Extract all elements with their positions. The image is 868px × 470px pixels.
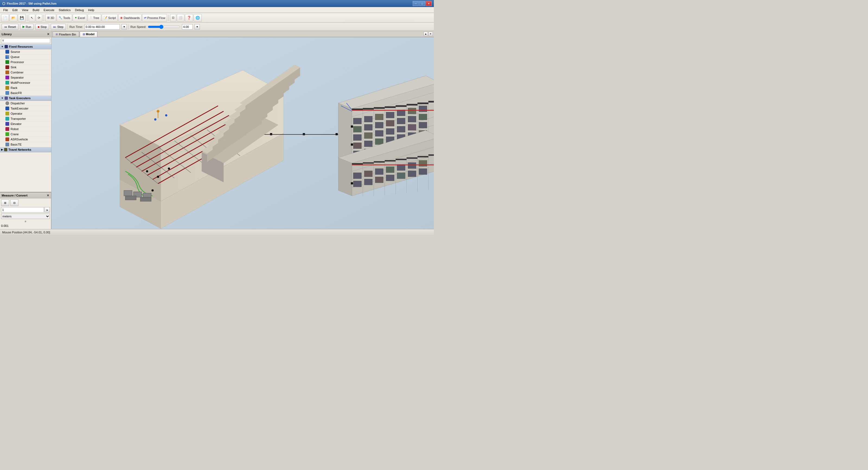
lib-item-crane[interactable]: Crane bbox=[0, 132, 51, 137]
run-time-dropdown[interactable]: ▼ bbox=[122, 24, 127, 30]
lib-item-multiprocessor[interactable]: MultiProcessor bbox=[0, 80, 51, 85]
tools-button[interactable]: 🔧 Tools bbox=[57, 14, 72, 22]
menu-view[interactable]: View bbox=[20, 8, 31, 12]
open-button[interactable]: 📂 bbox=[9, 14, 18, 22]
measure-unit-select[interactable]: meters feet inches centimeters millimete… bbox=[1, 214, 50, 219]
measure-value-input[interactable] bbox=[1, 207, 44, 213]
dashboards-button[interactable]: ◉ Dashboards bbox=[118, 14, 142, 22]
stop-button[interactable]: ■ Stop bbox=[35, 24, 49, 30]
run-time-input[interactable] bbox=[85, 24, 120, 30]
app-icon: ⬡ bbox=[2, 2, 5, 6]
3d-button[interactable]: ⊞ 3D bbox=[45, 14, 56, 22]
category-task-executers[interactable]: ▼ Task Executers bbox=[0, 96, 51, 101]
measure-expand-button[interactable]: ▸ bbox=[44, 207, 50, 213]
lib-item-combiner[interactable]: Combiner bbox=[0, 70, 51, 75]
online-btn[interactable]: 🌐 bbox=[194, 14, 202, 22]
svg-rect-86 bbox=[408, 124, 416, 130]
run-separator-2 bbox=[128, 24, 129, 30]
svg-rect-111 bbox=[351, 144, 353, 146]
svg-rect-151 bbox=[429, 155, 434, 156]
measure-icon-btn-2[interactable]: ⊟ bbox=[10, 199, 19, 206]
measure-title: Measure / Convert bbox=[2, 194, 27, 197]
script-button[interactable]: 📝 Script bbox=[102, 14, 118, 22]
lib-item-asrsvehicle[interactable]: ASRSvehicle bbox=[0, 137, 51, 142]
menu-edit[interactable]: Edit bbox=[10, 8, 20, 12]
svg-rect-27 bbox=[125, 196, 136, 200]
lib-item-source[interactable]: Source bbox=[0, 49, 51, 55]
pane-close-button[interactable]: ✕ bbox=[429, 32, 433, 36]
lib-item-sink[interactable]: Sink bbox=[0, 65, 51, 70]
run-speed-slider[interactable] bbox=[148, 25, 180, 29]
rotate-tool-button[interactable]: ⟳ bbox=[36, 14, 42, 22]
menu-file[interactable]: File bbox=[1, 8, 10, 12]
tab-model[interactable]: ⊟ Model bbox=[80, 31, 98, 37]
tools-icon: 🔧 bbox=[59, 16, 62, 20]
lib-item-separator[interactable]: Separator bbox=[0, 75, 51, 80]
category-travel-networks[interactable]: ▶ Travel Networks bbox=[0, 147, 51, 152]
library-search-input[interactable] bbox=[1, 38, 50, 43]
svg-rect-143 bbox=[419, 168, 427, 175]
layout-btn[interactable]: ⊡ bbox=[170, 14, 176, 22]
category-icon-tn bbox=[4, 148, 7, 151]
step-button[interactable]: ⏭ Step bbox=[51, 24, 66, 30]
lib-item-queue[interactable]: Queue bbox=[0, 55, 51, 60]
category-expand-icon-tn: ▶ bbox=[1, 148, 3, 151]
svg-rect-139 bbox=[375, 177, 383, 183]
lib-item-processor[interactable]: Processor bbox=[0, 60, 51, 65]
measure-ruler-icon: ⊟ bbox=[13, 201, 16, 205]
help-btn[interactable]: ❓ bbox=[185, 14, 193, 22]
run-speed-value[interactable]: 4.00 bbox=[182, 24, 193, 30]
save-button[interactable]: 💾 bbox=[18, 14, 26, 22]
viewport-canvas[interactable] bbox=[52, 37, 434, 229]
svg-point-23 bbox=[152, 189, 154, 191]
lib-item-dispatcher[interactable]: Dispatcher bbox=[0, 101, 51, 106]
run-button[interactable]: ▶ Run bbox=[20, 24, 34, 30]
multiprocessor-icon bbox=[5, 81, 9, 85]
tree-button[interactable]: ⋮ Tree bbox=[88, 14, 101, 22]
svg-rect-104 bbox=[374, 107, 384, 109]
tab-flowitem-bin[interactable]: ⊞ FlowItem Bin bbox=[53, 31, 79, 37]
window-btn[interactable]: ⬜ bbox=[177, 14, 184, 22]
menu-build[interactable]: Build bbox=[30, 8, 41, 12]
lib-item-operator[interactable]: Operator bbox=[0, 111, 51, 116]
menu-execute[interactable]: Execute bbox=[41, 8, 57, 12]
reset-button[interactable]: ⏮ Reset bbox=[2, 24, 19, 30]
menu-debug[interactable]: Debug bbox=[73, 8, 86, 12]
library-close-button[interactable]: ✕ bbox=[47, 32, 50, 36]
taskexecuter-icon bbox=[5, 106, 9, 110]
lib-item-robot[interactable]: Robot bbox=[0, 127, 51, 132]
lib-item-rack[interactable]: Rack bbox=[0, 85, 51, 91]
lib-item-transporter[interactable]: Transporter bbox=[0, 116, 51, 121]
menu-statistics[interactable]: Statistics bbox=[57, 8, 73, 12]
new-button[interactable]: 📄 bbox=[1, 14, 9, 22]
lib-item-basicfr[interactable]: BasicFR bbox=[0, 91, 51, 96]
lib-item-taskexecuter[interactable]: TaskExecuter bbox=[0, 106, 51, 111]
category-fixed-resources[interactable]: ▼ Fixed Resources bbox=[0, 44, 51, 49]
svg-rect-71 bbox=[397, 110, 405, 116]
pane-pin-button[interactable]: ▲ bbox=[424, 32, 428, 36]
excel-button[interactable]: ✦ Excel bbox=[73, 14, 87, 22]
run-separator-1 bbox=[67, 24, 68, 30]
svg-rect-131 bbox=[364, 171, 372, 177]
lib-item-basicte[interactable]: BasicTE bbox=[0, 142, 51, 147]
maximize-button[interactable]: □ bbox=[419, 1, 425, 6]
basicte-label: BasicTE bbox=[10, 143, 22, 146]
toolbar-separator-1 bbox=[27, 14, 27, 21]
close-button[interactable]: ✕ bbox=[426, 1, 432, 6]
svg-rect-79 bbox=[408, 116, 416, 122]
measure-icon-btn-1[interactable]: ⊞ bbox=[1, 199, 9, 206]
svg-rect-147 bbox=[385, 160, 396, 161]
process-flow-label: Process Flow bbox=[147, 16, 165, 20]
run-speed-dropdown[interactable]: ▼ bbox=[194, 24, 200, 30]
library-header: Library ✕ bbox=[0, 31, 51, 37]
lib-item-elevator[interactable]: Elevator bbox=[0, 121, 51, 127]
svg-rect-89 bbox=[364, 141, 372, 147]
dispatcher-icon bbox=[5, 101, 9, 105]
svg-rect-70 bbox=[386, 112, 394, 118]
process-flow-button[interactable]: ⇌ Process Flow bbox=[142, 14, 167, 22]
svg-point-22 bbox=[168, 167, 170, 170]
select-tool-button[interactable]: ↖ bbox=[29, 14, 35, 22]
minimize-button[interactable]: ─ bbox=[413, 1, 419, 6]
measure-close-button[interactable]: ✕ bbox=[46, 193, 49, 197]
menu-help[interactable]: Help bbox=[86, 8, 96, 12]
